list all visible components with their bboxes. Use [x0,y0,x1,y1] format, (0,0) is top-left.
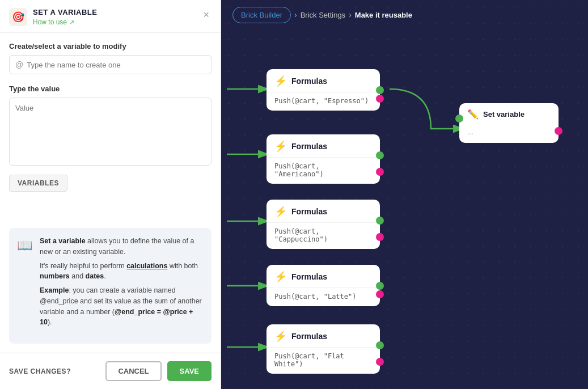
set-var-input-dot[interactable] [455,115,463,122]
variable-name-input[interactable] [27,61,205,69]
formula-header-2: ⚡ Formulas [266,134,380,158]
output-dot-green-2[interactable] [376,151,384,159]
panel-footer: SAVE CHANGES? CANCEL SAVE [0,353,221,389]
lightning-icon-2: ⚡ [274,140,287,153]
formula-node-cappuccino[interactable]: ⚡ Formulas Push(@cart, "Cappuccino") [266,200,380,249]
lightning-icon-1: ⚡ [274,75,287,87]
output-dot-pink-1[interactable] [376,95,384,103]
canvas-panel: Brick Builder › Brick Settings › Make it… [221,0,588,389]
left-panel: 🎯 SET A VARIABLE How to use ↗ × Create/s… [0,0,221,389]
formula-node-espresso[interactable]: ⚡ Formulas Push(@cart, "Espresso") [266,69,380,111]
variable-field-label: Create/select a variable to modify [9,42,211,50]
value-textarea[interactable] [9,98,211,166]
formula-node-latte[interactable]: ⚡ Formulas Push(@cart, "Latte") [266,265,380,306]
brick-settings-link[interactable]: Brick Settings [301,11,345,19]
set-var-header: ✏️ Set variable [459,103,559,125]
pencil-icon: ✏️ [467,109,479,120]
value-field-label: Type the value [9,84,211,93]
output-dot-pink-3[interactable] [376,233,384,241]
formula-body-3: Push(@cart, "Cappuccino") [266,223,380,249]
variables-button[interactable]: VARIABLES [9,175,67,192]
save-changes-label: SAVE CHANGES? [9,367,71,375]
external-link-icon: ↗ [69,19,74,26]
panel-icon: 🎯 [9,8,27,26]
formula-node-flatwhite[interactable]: ⚡ Formulas Push(@cart, "Flat White") [266,324,380,374]
output-dot-pink-4[interactable] [376,290,384,298]
set-var-title: Set variable [483,110,524,119]
cancel-button[interactable]: CANCEL [105,361,161,381]
set-variable-node[interactable]: ✏️ Set variable ... [459,103,559,143]
brick-builder-tab[interactable]: Brick Builder [232,7,291,23]
close-button[interactable]: × [201,8,211,22]
output-dot-green-1[interactable] [376,86,384,94]
set-var-output-dot-pink[interactable] [555,127,562,135]
formula-title-5: Formulas [291,332,327,341]
formula-title-3: Formulas [291,207,327,216]
sep2: › [349,10,352,19]
formula-title-2: Formulas [291,142,327,151]
breadcrumb: Brick Builder › Brick Settings › Make it… [232,7,412,23]
panel-title: SET A VARIABLE [33,8,97,16]
make-reusable-link[interactable]: Make it reusable [355,11,412,19]
formula-header-1: ⚡ Formulas [266,69,380,92]
lightning-icon-5: ⚡ [274,330,287,343]
at-sign: @ [15,60,23,69]
variable-input-wrapper[interactable]: @ [9,55,211,74]
formula-header-3: ⚡ Formulas [266,200,380,223]
panel-header: 🎯 SET A VARIABLE How to use ↗ × [0,0,221,33]
sep1: › [294,10,297,19]
formula-body-5: Push(@cart, "Flat White") [266,348,380,374]
formula-body-1: Push(@cart, "Espresso") [266,92,380,111]
canvas-area: ⚡ Formulas Push(@cart, "Espresso") ⚡ For… [221,29,588,389]
set-var-body: ... [459,125,559,143]
formula-title-1: Formulas [291,77,327,86]
output-dot-pink-2[interactable] [376,168,384,176]
canvas-nav: Brick Builder › Brick Settings › Make it… [221,0,588,29]
formula-node-americano[interactable]: ⚡ Formulas Push(@cart, "Americano") [266,134,380,184]
info-text: Set a variable allows you to define the … [40,236,204,331]
book-icon: 📖 [17,236,34,255]
formula-header-4: ⚡ Formulas [266,265,380,288]
how-to-use-link[interactable]: How to use ↗ [33,16,97,27]
lightning-icon-3: ⚡ [274,205,287,218]
header-left: 🎯 SET A VARIABLE How to use ↗ [9,8,97,27]
output-dot-green-4[interactable] [376,282,384,290]
output-dot-green-5[interactable] [376,341,384,349]
info-box: 📖 Set a variable allows you to define th… [9,228,211,344]
save-button[interactable]: SAVE [167,361,211,381]
panel-body: Create/select a variable to modify @ Typ… [0,33,221,219]
footer-actions: CANCEL SAVE [105,361,211,381]
info-box-header: 📖 Set a variable allows you to define th… [17,236,204,331]
output-dot-green-3[interactable] [376,217,384,225]
formula-header-5: ⚡ Formulas [266,324,380,348]
lightning-icon-4: ⚡ [274,270,287,283]
formula-body-4: Push(@cart, "Latte") [266,288,380,306]
formula-title-4: Formulas [291,272,327,281]
formula-body-2: Push(@cart, "Americano") [266,158,380,184]
output-dot-pink-5[interactable] [376,358,384,366]
